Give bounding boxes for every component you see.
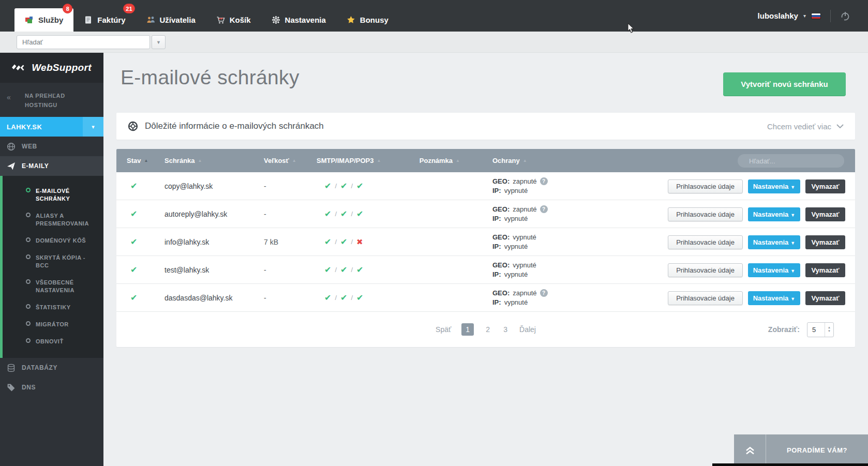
delete-button[interactable]: Vymazať (805, 235, 845, 249)
mailbox-size: - (264, 266, 317, 274)
ip-value: vypnuté (504, 186, 528, 196)
credentials-button[interactable]: Prihlasovacie údaje (668, 207, 743, 221)
language-flag-sk-icon[interactable] (811, 13, 821, 19)
quick-search-dropdown-button[interactable]: ▼ (152, 35, 166, 49)
imap-status-icon: ✔ (340, 294, 347, 302)
pop3-status-icon: ✔ (356, 266, 363, 274)
sidebar-item-statistiky[interactable]: ŠTATISTIKY (3, 299, 103, 316)
credentials-button[interactable]: Prihlasovacie údaje (668, 263, 743, 277)
back-to-hosting-overview-link[interactable]: « NA PREHĽAD HOSTINGU (0, 83, 103, 117)
caret-down-icon: ▼ (790, 296, 795, 302)
help-icon[interactable]: ? (540, 205, 548, 213)
sort-asc-icon: ▲ (144, 158, 148, 163)
quick-search-input[interactable] (17, 35, 150, 49)
delete-button[interactable]: Vymazať (805, 291, 845, 305)
tab-label: Bonusy (360, 16, 388, 24)
tab-sluzby[interactable]: Služby 8 (14, 8, 73, 32)
tab-bonusy[interactable]: Bonusy (336, 8, 399, 32)
learn-more-label: Chcem vedieť viac (767, 122, 831, 131)
settings-button[interactable]: Nastavenia▼ (748, 179, 800, 193)
back-link-label: NA PREHĽAD HOSTINGU (25, 93, 65, 108)
per-page-label: Zobraziť: (768, 325, 800, 334)
column-header-poznamka[interactable]: Poznámka▲ (406, 157, 460, 164)
help-panel[interactable]: PORADÍME VÁM? (734, 434, 868, 466)
credentials-button[interactable]: Prihlasovacie údaje (668, 179, 743, 193)
pagination: Späť 1 2 3 Ďalej Zobraziť: 5 ▲▼ (116, 312, 855, 347)
delete-button[interactable]: Vymazať (805, 207, 845, 221)
smtp-status-icon: ✔ (324, 294, 331, 302)
pop3-status-icon: ✔ (356, 210, 363, 218)
settings-button[interactable]: Nastavenia▼ (748, 263, 800, 277)
tag-icon (7, 383, 16, 392)
mailbox-name: dasdasdas@lahky.sk (164, 294, 264, 302)
tab-uzivatelia[interactable]: Užívatelia (136, 8, 206, 32)
domain-caret-icon[interactable]: ▾ (83, 117, 103, 137)
help-icon[interactable]: ? (540, 177, 548, 185)
sidebar-item-databazy[interactable]: DATABÁZY (0, 358, 103, 378)
double-chevron-up-icon[interactable] (734, 434, 766, 466)
stepper-arrows-icon[interactable]: ▲▼ (825, 323, 833, 337)
sort-icon: ▲ (456, 158, 460, 163)
smtp-status-icon: ✔ (324, 182, 331, 190)
table-search-input[interactable] (748, 157, 841, 166)
domain-name: LAHKY.SK (0, 117, 83, 137)
tab-label: Služby (38, 16, 63, 24)
ip-label: IP: (492, 242, 501, 251)
logout-power-icon[interactable] (840, 11, 850, 21)
credentials-button[interactable]: Prihlasovacie údaje (668, 235, 743, 249)
pagination-page-1[interactable]: 1 (461, 323, 474, 336)
sidebar-item-dns[interactable]: DNS (0, 378, 103, 397)
help-icon[interactable]: ? (540, 289, 548, 297)
column-header-velkost[interactable]: Veľkosť▲ (264, 157, 317, 164)
column-header-schranka[interactable]: Schránka▲ (164, 157, 264, 164)
sidebar-item-web[interactable]: WEB (0, 137, 103, 156)
create-mailbox-button[interactable]: Vytvoriť novú schránku (723, 72, 846, 96)
pagination-next[interactable]: Ďalej (519, 325, 536, 334)
radio-ring-icon (26, 213, 31, 217)
delete-button[interactable]: Vymazať (805, 263, 845, 277)
mailbox-size: - (264, 182, 317, 190)
settings-button[interactable]: Nastavenia▼ (748, 291, 800, 305)
user-menu-caret-icon[interactable]: ▾ (803, 13, 806, 19)
sidebar-item-emaily[interactable]: E-MAILY (0, 156, 103, 176)
sidebar-item-label: E-MAILY (22, 162, 49, 170)
app-window: Služby 8 Faktúry 21 Užívatelia (0, 0, 868, 466)
column-header-smtp-imap-pop3[interactable]: SMTP/IMAP/POP3▲ (317, 157, 406, 164)
pagination-page-2[interactable]: 2 (484, 325, 491, 334)
tab-nastavenia[interactable]: Nastavenia (261, 8, 336, 32)
settings-button[interactable]: Nastavenia▼ (748, 235, 800, 249)
divider (830, 10, 831, 22)
tab-kosik[interactable]: Košík (206, 8, 261, 32)
geo-label: GEO: (492, 289, 510, 298)
credentials-button[interactable]: Prihlasovacie údaje (668, 291, 743, 305)
sidebar-item-domenovy-kos[interactable]: DOMÉNOVÝ KÔŠ (3, 232, 103, 249)
username[interactable]: luboslahky (758, 11, 798, 20)
per-page-select[interactable]: 5 ▲▼ (807, 322, 834, 337)
settings-button[interactable]: Nastavenia▼ (748, 207, 800, 221)
learn-more-toggle[interactable]: Chcem vedieť viac (767, 122, 844, 131)
pagination-page-3[interactable]: 3 (502, 325, 509, 334)
column-header-stav[interactable]: Stav▲ (127, 157, 164, 164)
column-header-ochrany[interactable]: Ochrany▲ (492, 157, 527, 164)
mailbox-size: 7 kB (264, 238, 317, 246)
domain-selector[interactable]: LAHKY.SK ▾ (0, 117, 103, 137)
sidebar-item-vseobecne-nastavenia[interactable]: VŠEOBECNÉ NASTAVENIA (3, 274, 103, 299)
lifebuoy-icon (128, 121, 138, 131)
imap-status-icon: ✔ (340, 266, 347, 274)
ip-label: IP: (492, 186, 501, 196)
sidebar-item-migrator[interactable]: MIGRÁTOR (3, 316, 103, 333)
sidebar-item-emailove-schranky[interactable]: E-MAILOVÉ SCHRÁNKY (3, 183, 103, 207)
tab-faktury[interactable]: Faktúry 21 (73, 8, 136, 32)
pagination-back[interactable]: Späť (436, 325, 451, 334)
sidebar-item-aliasy[interactable]: ALIASY A PRESMEROVANIA (3, 207, 103, 232)
websupport-logo[interactable]: WebSupport (0, 53, 103, 83)
delete-button[interactable]: Vymazať (805, 179, 845, 193)
status-icon: ✔ (130, 238, 137, 246)
sidebar-item-skryta-kopia[interactable]: SKRYTÁ KÓPIA - BCC (3, 249, 103, 274)
mailbox-name: copy@lahky.sk (164, 182, 264, 190)
ip-value: vypnuté (504, 242, 528, 251)
cart-icon (216, 16, 225, 24)
top-nav-tabs: Služby 8 Faktúry 21 Užívatelia (14, 0, 399, 32)
table-row: ✔ autoreply@lahky.sk - ✔/ ✔/ ✔ GEO:zapnu… (116, 200, 855, 228)
sidebar-item-obnovit[interactable]: OBNOVIŤ (3, 333, 103, 350)
